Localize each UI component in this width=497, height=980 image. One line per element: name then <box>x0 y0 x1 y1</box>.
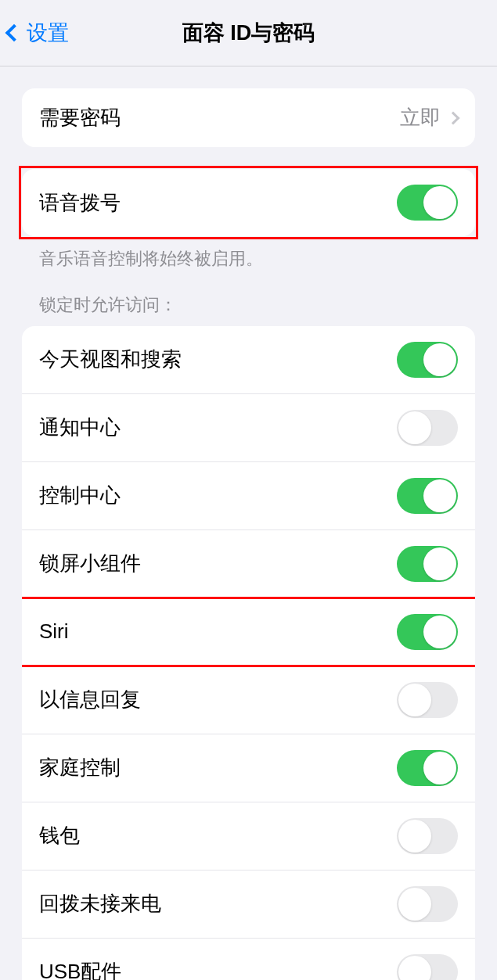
require-passcode-value: 立即 <box>400 104 458 131</box>
lock-access-toggle-今天视图和搜索[interactable] <box>397 342 458 378</box>
lock-access-label: 通知中心 <box>39 414 121 441</box>
back-button[interactable]: 设置 <box>8 19 69 47</box>
toggle-knob <box>423 343 456 376</box>
lock-access-row-回拨未接来电: 回拨未接来电 <box>22 870 475 938</box>
lock-access-toggle-锁屏小组件[interactable] <box>397 546 458 582</box>
lock-access-label: 锁屏小组件 <box>39 550 141 577</box>
lock-access-toggle-usb配件[interactable] <box>397 954 458 980</box>
lock-access-toggle-家庭控制[interactable] <box>397 750 458 786</box>
require-passcode-row[interactable]: 需要密码 立即 <box>22 88 475 147</box>
toggle-knob <box>398 888 431 921</box>
page-title: 面容 ID与密码 <box>13 19 484 47</box>
voice-dial-toggle[interactable] <box>397 185 458 221</box>
navigation-header: 设置 面容 ID与密码 <box>0 0 497 66</box>
lock-access-label: Siri <box>39 619 69 644</box>
lock-access-row-usb配件: USB配件 <box>22 938 475 980</box>
require-passcode-label: 需要密码 <box>39 104 121 131</box>
lock-access-toggle-控制中心[interactable] <box>397 478 458 514</box>
lock-access-row-控制中心: 控制中心 <box>22 461 475 529</box>
lock-access-row-今天视图和搜索: 今天视图和搜索 <box>22 326 475 393</box>
lock-access-toggle-通知中心[interactable] <box>397 410 458 446</box>
lock-access-toggle-回拨未接来电[interactable] <box>397 886 458 922</box>
lock-access-row-以信息回复: 以信息回复 <box>22 666 475 734</box>
lock-access-label: 家庭控制 <box>39 754 121 781</box>
toggle-knob <box>398 684 431 716</box>
toggle-knob <box>423 752 456 784</box>
back-label: 设置 <box>27 19 69 47</box>
lock-access-toggle-以信息回复[interactable] <box>397 682 458 718</box>
toggle-knob <box>398 411 431 444</box>
lock-access-label: 钱包 <box>39 822 80 849</box>
toggle-knob <box>423 186 456 219</box>
lock-access-row-家庭控制: 家庭控制 <box>22 734 475 802</box>
lock-access-row-siri: Siri <box>22 598 475 666</box>
voice-dial-row: 语音拨号 <box>22 169 475 236</box>
lock-access-label: 回拨未接来电 <box>39 890 161 917</box>
lock-access-header: 锁定时允许访问： <box>22 293 475 326</box>
toggle-knob <box>398 956 431 980</box>
lock-access-toggle-siri[interactable] <box>397 614 458 650</box>
toggle-knob <box>423 479 456 512</box>
lock-access-row-通知中心: 通知中心 <box>22 393 475 461</box>
lock-access-label: 控制中心 <box>39 482 121 509</box>
toggle-knob <box>398 820 431 853</box>
lock-access-label: 以信息回复 <box>39 686 141 713</box>
lock-access-row-锁屏小组件: 锁屏小组件 <box>22 529 475 598</box>
lock-access-label: USB配件 <box>39 958 121 980</box>
voice-dial-footer: 音乐语音控制将始终被启用。 <box>22 236 475 271</box>
lock-access-label: 今天视图和搜索 <box>39 346 182 373</box>
chevron-right-icon <box>447 111 460 124</box>
toggle-knob <box>423 547 456 580</box>
toggle-knob <box>423 616 456 648</box>
lock-access-toggle-钱包[interactable] <box>397 818 458 854</box>
voice-dial-label: 语音拨号 <box>39 189 121 217</box>
chevron-left-icon <box>5 24 23 42</box>
lock-access-row-钱包: 钱包 <box>22 802 475 870</box>
